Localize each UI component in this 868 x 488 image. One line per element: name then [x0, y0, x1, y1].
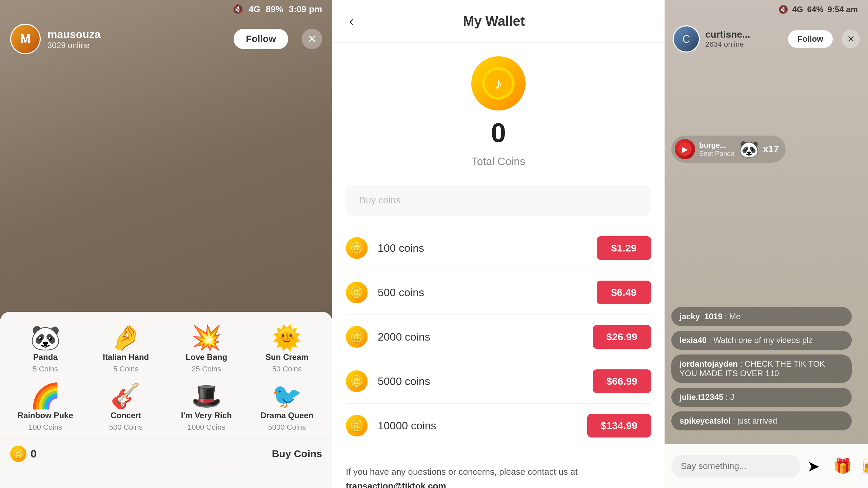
chat-user-1: lexia40: [679, 336, 707, 345]
chat-message-4: spikeycatslol : just arrived: [671, 411, 852, 430]
notif-username: burge...: [699, 141, 735, 150]
gift-item-panda[interactable]: 🐼 Panda 5 Coins: [7, 322, 84, 377]
gift-item-italian-hand[interactable]: 🤌 Italian Hand 5 Coins: [87, 322, 165, 377]
right-status-bar: 🔇 4G 64% 9:54 am: [665, 0, 868, 19]
chat-content-0: Me: [729, 312, 741, 321]
chat-message-2: jordantojayden : CHECK THE TIK TOK YOU M…: [671, 354, 852, 383]
pkg-price-btn-4[interactable]: $134.99: [587, 414, 651, 438]
panda-name: Panda: [33, 352, 58, 362]
gift-panel: 🐼 Panda 5 Coins 🤌 Italian Hand 5 Coins 💥…: [0, 312, 332, 488]
gift-item-rainbow-puke[interactable]: 🌈 Rainbow Puke 100 Coins: [7, 380, 84, 435]
right-signal: 4G: [792, 5, 803, 14]
right-user-info: curtisne... 2634 online: [705, 29, 750, 49]
concert-name: Concert: [111, 411, 141, 420]
pkg-coin-icon-3: 🪙: [346, 370, 368, 392]
left-follow-button[interactable]: Follow: [234, 29, 288, 49]
buy-coins-button[interactable]: Buy Coins: [272, 448, 322, 460]
package-10000[interactable]: 🪙 10000 coins $134.99: [346, 404, 651, 448]
rainbow-puke-icon: 🌈: [30, 384, 61, 408]
pkg-label-4: 10000 coins: [378, 420, 577, 432]
pkg-coin-icon-1: 🪙: [346, 282, 368, 303]
italian-hand-icon: 🤌: [111, 325, 141, 350]
chat-content-3: J: [730, 392, 734, 402]
svg-text:▶: ▶: [682, 145, 688, 154]
gift-item-love-bang[interactable]: 💥 Love Bang 25 Coins: [168, 322, 245, 377]
gift-item-sun-cream[interactable]: 🌞 Sun Cream 50 Coins: [249, 322, 326, 377]
pkg-coin-icon-2: 🪙: [346, 326, 368, 348]
love-bang-icon: 💥: [191, 325, 222, 350]
very-rich-coins: 1000 Coins: [188, 423, 225, 432]
chat-user-2: jordantojayden: [679, 359, 738, 368]
chat-messages: jacky_1019 : Me lexia40 : Watch one of m…: [665, 304, 868, 434]
pkg-coin-icon-0: 🪙: [346, 237, 368, 259]
package-500[interactable]: 🪙 500 coins $6.49: [346, 270, 651, 315]
chat-message-1: lexia40 : Watch one of my videos plz: [671, 331, 852, 350]
love-bang-coins: 25 Coins: [192, 365, 221, 373]
left-header: M mausouza 3029 online Follow ✕: [0, 19, 332, 59]
share-button[interactable]: ➤: [807, 454, 820, 478]
left-mute-icon: 🔇: [232, 4, 243, 15]
left-avatar: M: [10, 24, 41, 54]
chat-message-0: jacky_1019 : Me: [671, 307, 852, 326]
buy-coins-section: Buy coins: [346, 185, 651, 216]
coin-count: 0: [31, 448, 37, 460]
package-2000[interactable]: 🪙 2000 coins $26.99: [346, 315, 651, 359]
coin-balance: 🪙 0: [10, 446, 37, 462]
concert-coins: 500 Coins: [109, 423, 143, 432]
back-button[interactable]: ‹: [346, 10, 357, 32]
left-close-button[interactable]: ✕: [302, 29, 322, 49]
coin-icon: 🪙: [10, 446, 26, 462]
beer-button[interactable]: 🍺: [859, 454, 868, 478]
right-panel: 🔇 4G 64% 9:54 am C curtisne... 2634 onli…: [665, 0, 868, 488]
sun-cream-icon: 🌞: [272, 325, 302, 350]
left-user-info: mausouza 3029 online: [47, 28, 100, 50]
pkg-price-btn-2[interactable]: $26.99: [593, 325, 651, 349]
notif-user-info: burge... Sept Panda: [699, 141, 735, 158]
notif-gift-icon: 🐼: [739, 140, 759, 159]
left-battery: 89%: [266, 4, 283, 15]
contact-text: If you have any questions or concerns, p…: [346, 458, 651, 488]
total-coins-number: 0: [491, 117, 506, 148]
right-avatar: C: [673, 25, 700, 53]
wallet-body: ♪ 0 Total Coins Buy coins 🪙 100 coins $1…: [332, 43, 665, 488]
left-username: mausouza: [47, 28, 100, 41]
concert-icon: 🎸: [111, 384, 141, 408]
gift-notification: ▶ burge... Sept Panda 🐼 x17: [671, 136, 786, 163]
right-battery: 64%: [807, 5, 824, 14]
pkg-price-btn-3[interactable]: $66.99: [593, 369, 651, 393]
package-5000[interactable]: 🪙 5000 coins $66.99: [346, 359, 651, 404]
gift-button[interactable]: 🎁: [833, 454, 852, 478]
left-time: 3:09 pm: [289, 4, 322, 15]
italian-hand-name: Italian Hand: [103, 352, 149, 362]
gift-grid: 🐼 Panda 5 Coins 🤌 Italian Hand 5 Coins 💥…: [0, 312, 332, 439]
buy-coins-placeholder: Buy coins: [359, 195, 400, 205]
left-online-count: 3029 online: [47, 41, 100, 50]
sun-cream-coins: 50 Coins: [272, 365, 302, 373]
chat-text-2: :: [740, 359, 745, 368]
rainbow-puke-name: Rainbow Puke: [18, 411, 73, 420]
gift-item-very-rich[interactable]: 🎩 I'm Very Rich 1000 Coins: [168, 380, 245, 435]
left-panel: 🔇 4G 89% 3:09 pm M mausouza 3029 online …: [0, 0, 332, 488]
panda-icon: 🐼: [30, 325, 61, 350]
left-status-bar: 🔇 4G 89% 3:09 pm: [0, 0, 332, 19]
chat-text-0: :: [725, 312, 729, 321]
gift-item-concert[interactable]: 🎸 Concert 500 Coins: [87, 380, 165, 435]
center-panel: ‹ My Wallet ♪ 0 Total Coins Buy coins 🪙 …: [332, 0, 665, 488]
rainbow-puke-coins: 100 Coins: [28, 423, 62, 432]
right-bottom-bar: ➤ 🎁 🍺 😂: [665, 444, 868, 488]
italian-hand-coins: 5 Coins: [113, 365, 139, 373]
chat-text-1: :: [709, 336, 713, 345]
pkg-label-1: 500 coins: [378, 286, 587, 299]
pkg-price-btn-1[interactable]: $6.49: [597, 281, 651, 304]
chat-user-0: jacky_1019: [679, 312, 723, 321]
right-header: C curtisne... 2634 online Follow ✕: [665, 19, 868, 59]
chat-user-4: spikeycatslol: [679, 416, 731, 425]
right-follow-button[interactable]: Follow: [788, 30, 833, 48]
chat-content-1: Watch one of my videos plz: [713, 336, 813, 345]
package-100[interactable]: 🪙 100 coins $1.29: [346, 226, 651, 270]
gift-item-drama-queen[interactable]: 🐦 Drama Queen 5000 Coins: [249, 380, 326, 435]
big-coin-icon: ♪: [471, 56, 526, 110]
pkg-price-btn-0[interactable]: $1.29: [597, 236, 651, 260]
comment-input[interactable]: [671, 455, 801, 477]
right-close-button[interactable]: ✕: [842, 30, 860, 48]
